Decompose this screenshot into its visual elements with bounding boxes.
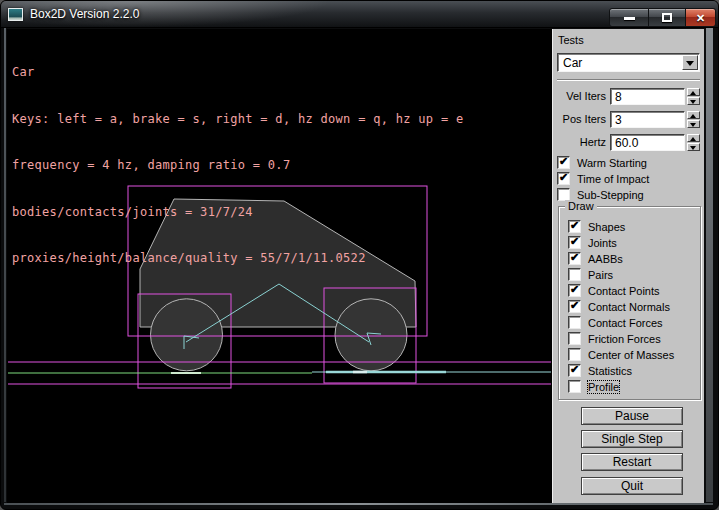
title-bar[interactable]: Box2D Version 2.2.0 ✕ [1,1,718,28]
vel-iters-row: Vel Iters 8 [553,88,705,105]
minimize-button[interactable] [609,8,649,27]
statistics-label: Statistics [588,365,632,377]
maximize-button[interactable] [649,8,686,27]
single-step-button[interactable]: Single Step [581,430,683,448]
shapes-label: Shapes [588,221,625,233]
frequency-text: frequency = 4 hz, damping ratio = 0.7 [12,158,463,174]
contact-forces-label: Contact Forces [588,317,663,329]
window-title: Box2D Version 2.2.0 [30,7,139,21]
pairs-label: Pairs [588,269,613,281]
close-button[interactable]: ✕ [686,8,716,27]
center-of-masses-box[interactable] [568,348,581,361]
maximize-icon [662,13,672,22]
time-of-impact-label: Time of Impact [577,173,649,185]
arrow-down-icon [690,100,696,104]
quit-button[interactable]: Quit [581,477,683,495]
pos-iters-down-button[interactable] [687,120,700,128]
minimize-icon [624,17,635,20]
statistics-box[interactable] [568,364,581,377]
pos-iters-up-button[interactable] [687,111,700,119]
pairs-box[interactable] [568,268,581,281]
time-of-impact-checkbox[interactable]: Time of Impact [557,172,649,185]
pos-iters-label: Pos Iters [553,113,606,125]
hertz-stepper[interactable] [687,134,700,151]
joints-checkbox[interactable]: Joints [568,236,617,249]
draw-group-title: Draw [565,200,597,212]
profile-checkbox[interactable]: Profile [568,380,619,393]
arrow-up-icon [690,137,696,141]
vel-iters-down-button[interactable] [687,97,700,105]
aabbs-box[interactable] [568,252,581,265]
arrow-up-icon [690,114,696,118]
panel-separator [557,79,700,81]
time-of-impact-box[interactable] [557,172,570,185]
hertz-input[interactable]: 60.0 [610,134,685,151]
simulation-canvas[interactable]: Car Keys: left = a, brake = s, right = d… [7,29,552,503]
aabbs-label: AABBs [588,253,623,265]
front-wheel-shape [151,299,223,371]
joints-box[interactable] [568,236,581,249]
pos-iters-input[interactable]: 3 [610,111,685,128]
friction-forces-box[interactable] [568,332,581,345]
center-of-masses-label: Center of Masses [588,349,674,361]
hertz-label: Hertz [553,136,606,148]
restart-button[interactable]: Restart [581,453,683,471]
vel-iters-input[interactable]: 8 [610,88,685,105]
test-select-value: Car [563,56,582,70]
arrow-down-icon [690,123,696,127]
window-border-bottom [4,503,713,505]
vel-iters-up-button[interactable] [687,88,700,96]
friction-forces-checkbox[interactable]: Friction Forces [568,332,661,345]
aabbs-checkbox[interactable]: AABBs [568,252,623,265]
hertz-down-button[interactable] [687,143,700,151]
statistics-checkbox[interactable]: Statistics [568,364,632,377]
warm-starting-label: Warm Starting [577,157,647,169]
debug-text-overlay: Car Keys: left = a, brake = s, right = d… [12,34,463,298]
dropdown-button[interactable] [682,55,698,70]
joints-label: Joints [588,237,617,249]
contact-normals-checkbox[interactable]: Contact Normals [568,300,670,313]
contact-points-checkbox[interactable]: Contact Points [568,284,660,297]
profile-box[interactable] [568,380,581,393]
hertz-up-button[interactable] [687,134,700,142]
sub-stepping-label: Sub-Stepping [577,189,644,201]
caption-buttons: ✕ [609,8,716,27]
stats-bodies-text: bodies/contacts/joints = 31/7/24 [12,205,463,221]
contact-forces-box[interactable] [568,316,581,329]
hertz-row: Hertz 60.0 [553,134,705,151]
contact-normals-label: Contact Normals [588,301,670,313]
vel-iters-stepper[interactable] [687,88,700,105]
warm-starting-box[interactable] [557,156,570,169]
draw-group: Draw Shapes Joints AABBs Pairs Contact P… [558,206,701,400]
arrow-up-icon [690,91,696,95]
contact-points-label: Contact Points [588,285,660,297]
contact-normals-box[interactable] [568,300,581,313]
control-panel: Tests Car Vel Iters 8 Pos Iters 3 Hertz [552,29,704,503]
stats-proxies-text: proxies/height/balance/quality = 55/7/1/… [12,251,463,267]
pairs-checkbox[interactable]: Pairs [568,268,613,281]
warm-starting-checkbox[interactable]: Warm Starting [557,156,647,169]
shapes-checkbox[interactable]: Shapes [568,220,625,233]
app-window: Box2D Version 2.2.0 ✕ [0,0,719,510]
tests-label: Tests [558,34,584,46]
pos-iters-row: Pos Iters 3 [553,111,705,128]
keys-help-text: Keys: left = a, brake = s, right = d, hz… [12,112,463,128]
rear-wheel-shape [335,299,407,371]
center-of-masses-checkbox[interactable]: Center of Masses [568,348,674,361]
app-icon [8,8,23,21]
test-select-dropdown[interactable]: Car [557,53,700,72]
contact-points-box[interactable] [568,284,581,297]
contact-forces-checkbox[interactable]: Contact Forces [568,316,663,329]
window-border-right [706,28,713,502]
profile-label: Profile [588,381,619,393]
pos-iters-stepper[interactable] [687,111,700,128]
close-icon: ✕ [696,12,705,24]
window-border-left [4,28,6,502]
pause-button[interactable]: Pause [581,407,683,425]
chevron-down-icon [686,61,694,66]
vel-iters-label: Vel Iters [553,90,606,102]
arrow-down-icon [690,146,696,150]
test-name-text: Car [12,65,463,81]
friction-forces-label: Friction Forces [588,333,661,345]
shapes-box[interactable] [568,220,581,233]
